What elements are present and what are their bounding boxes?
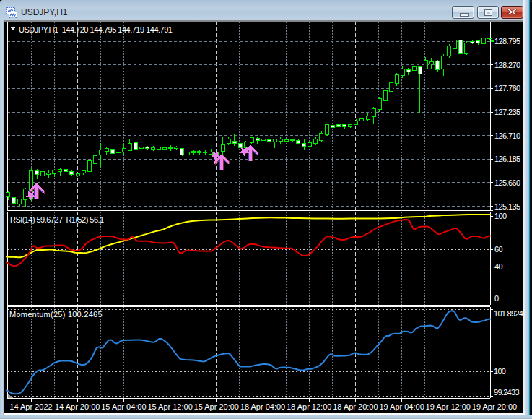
svg-text:19 Apr 20:00: 19 Apr 20:00 (472, 402, 517, 411)
svg-text:Momentum(25) 100.2465: Momentum(25) 100.2465 (9, 310, 103, 319)
svg-text:RSI(14) 59.6727 R1(52) 56.1: RSI(14) 59.6727 R1(52) 56.1 (10, 215, 104, 224)
svg-text:15 Apr 04:00: 15 Apr 04:00 (101, 402, 146, 411)
svg-text:19 Apr 12:00: 19 Apr 12:00 (426, 402, 471, 411)
svg-text:18 Apr 12:00: 18 Apr 12:00 (287, 402, 331, 411)
svg-text:15 Apr 12:00: 15 Apr 12:00 (147, 402, 192, 411)
svg-text:125.660: 125.660 (494, 178, 520, 187)
svg-text:19 Apr 04:00: 19 Apr 04:00 (379, 402, 424, 411)
svg-text:128.795: 128.795 (494, 37, 520, 46)
svg-text:126.710: 126.710 (494, 131, 520, 140)
svg-text:18 Apr 04:00: 18 Apr 04:00 (240, 402, 285, 411)
svg-text:101.8924: 101.8924 (494, 309, 523, 318)
svg-text:100: 100 (494, 212, 507, 220)
svg-text:40: 40 (494, 262, 503, 271)
svg-text:14 Apr 2022: 14 Apr 2022 (9, 402, 52, 411)
svg-text:60: 60 (494, 245, 503, 254)
svg-text:15 Apr 20:00: 15 Apr 20:00 (194, 402, 239, 411)
svg-text:127.760: 127.760 (494, 84, 520, 92)
svg-text:125.135: 125.135 (494, 202, 520, 211)
svg-text:100: 100 (494, 367, 506, 376)
svg-text:126.185: 126.185 (494, 155, 520, 163)
svg-text:18 Apr 20:00: 18 Apr 20:00 (333, 402, 378, 411)
svg-text:0: 0 (494, 294, 499, 303)
svg-text:14 Apr 20:00: 14 Apr 20:00 (55, 402, 100, 411)
svg-text:127.235: 127.235 (494, 108, 520, 116)
svg-text:128.270: 128.270 (494, 61, 520, 69)
svg-text:99.2433: 99.2433 (494, 388, 519, 397)
svg-text:USDJPY,H1 144.720 144.795 144: USDJPY,H1 144.720 144.795 144.719 144.79… (19, 25, 173, 34)
